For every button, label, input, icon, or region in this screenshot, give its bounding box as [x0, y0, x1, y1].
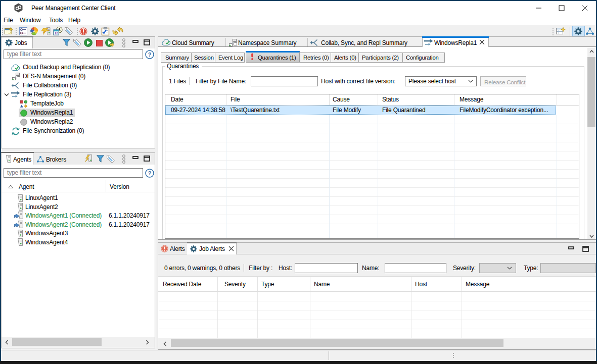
svg-text:12: 12 [55, 31, 59, 35]
svg-text:?: ? [148, 51, 152, 58]
svg-text:?: ? [148, 170, 152, 176]
